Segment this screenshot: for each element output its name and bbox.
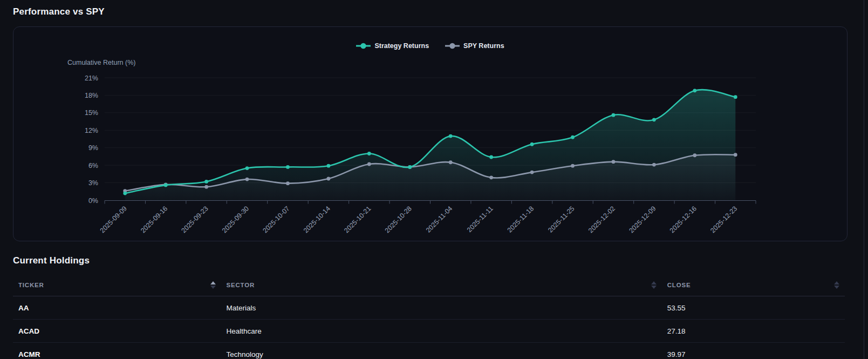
legend-label-spy: SPY Returns (463, 42, 504, 50)
close-header-label: CLOSE (667, 282, 691, 288)
svg-text:9%: 9% (88, 144, 98, 152)
ticker-cell: ACMR (13, 343, 221, 359)
sector-cell: Healthcare (221, 320, 662, 343)
svg-text:12%: 12% (85, 127, 98, 134)
svg-text:2025-09-23: 2025-09-23 (180, 205, 210, 234)
svg-text:2025-10-28: 2025-10-28 (384, 205, 413, 234)
svg-text:2025-11-11: 2025-11-11 (466, 205, 495, 234)
svg-text:2025-09-16: 2025-09-16 (139, 205, 169, 234)
svg-text:2025-11-18: 2025-11-18 (506, 205, 535, 234)
table-row[interactable]: ACAD Healthcare 27.18 (13, 320, 845, 343)
svg-text:Cumulative Return (%): Cumulative Return (%) (67, 59, 135, 66)
svg-text:2025-11-04: 2025-11-04 (425, 205, 454, 234)
performance-chart-card: Strategy Returns SPY Returns Cumulative … (13, 26, 848, 241)
legend-item-strategy[interactable]: Strategy Returns (356, 42, 429, 50)
ticker-cell: ACAD (13, 320, 221, 343)
holdings-table: TICKER SECTOR CLOSE (13, 273, 845, 359)
svg-text:3%: 3% (88, 179, 98, 187)
svg-text:6%: 6% (88, 162, 98, 170)
svg-text:2025-12-16: 2025-12-16 (668, 205, 698, 234)
page-title: Performance vs SPY (13, 6, 855, 17)
close-cell: 39.97 (662, 343, 845, 359)
strategy-series-icon (356, 43, 371, 49)
table-row[interactable]: ACMR Technology 39.97 (13, 343, 845, 359)
svg-text:21%: 21% (85, 74, 98, 82)
svg-text:2025-12-09: 2025-12-09 (627, 205, 657, 234)
sort-icon[interactable] (651, 281, 657, 289)
holdings-title: Current Holdings (13, 255, 855, 266)
ticker-cell: AA (13, 296, 221, 320)
svg-text:2025-09-30: 2025-09-30 (221, 205, 250, 234)
holdings-table-body: AA Materials 53.55 ACAD Healthcare 27.18… (13, 296, 845, 359)
holdings-header-row: TICKER SECTOR CLOSE (13, 273, 845, 296)
scrollbar[interactable] (864, 0, 864, 359)
svg-text:2025-09-09: 2025-09-09 (99, 205, 128, 234)
svg-text:2025-10-21: 2025-10-21 (343, 205, 372, 234)
svg-text:2025-11-25: 2025-11-25 (546, 205, 576, 234)
page: Performance vs SPY Strategy Returns SPY … (0, 0, 868, 359)
sort-icon[interactable] (210, 281, 216, 289)
ticker-header-label: TICKER (18, 282, 44, 288)
table-row[interactable]: AA Materials 53.55 (13, 296, 845, 320)
column-header-ticker[interactable]: TICKER (13, 273, 221, 296)
sector-header-label: SECTOR (227, 282, 255, 288)
svg-text:2025-10-14: 2025-10-14 (302, 205, 332, 234)
close-cell: 27.18 (662, 320, 845, 343)
sector-cell: Materials (221, 296, 662, 320)
legend-item-spy[interactable]: SPY Returns (445, 42, 504, 50)
legend-label-strategy: Strategy Returns (374, 42, 429, 50)
chart-legend: Strategy Returns SPY Returns (13, 42, 847, 50)
column-header-close[interactable]: CLOSE (662, 273, 845, 296)
spy-series-icon (445, 43, 460, 49)
svg-text:2025-12-23: 2025-12-23 (709, 205, 739, 234)
performance-line-chart: Cumulative Return (%)0%3%6%9%12%15%18%21… (13, 27, 847, 241)
svg-text:2025-10-07: 2025-10-07 (261, 205, 291, 234)
sector-cell: Technology (221, 343, 662, 359)
svg-text:2025-12-02: 2025-12-02 (587, 205, 617, 234)
column-header-sector[interactable]: SECTOR (221, 273, 662, 296)
svg-text:0%: 0% (88, 197, 98, 205)
sort-icon[interactable] (834, 281, 839, 289)
svg-text:18%: 18% (85, 92, 98, 99)
svg-text:15%: 15% (85, 109, 98, 117)
close-cell: 53.55 (662, 296, 845, 320)
